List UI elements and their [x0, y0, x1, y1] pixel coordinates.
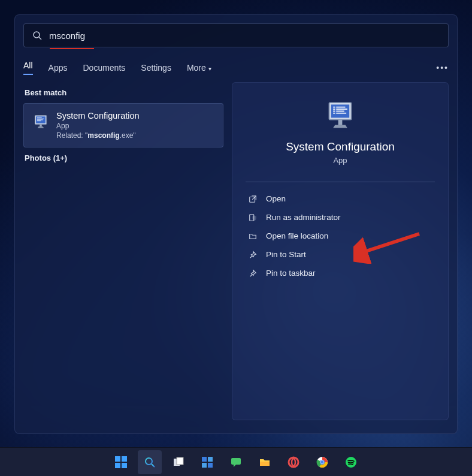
action-open[interactable]: Open: [246, 189, 435, 208]
result-subtitle: App: [56, 122, 140, 130]
result-system-configuration[interactable]: System Configuration App Related: "mscon…: [23, 103, 223, 147]
tab-documents[interactable]: Documents: [83, 63, 125, 73]
svg-rect-40: [260, 462, 270, 466]
chrome-icon: [316, 456, 328, 468]
svg-rect-5: [37, 119, 44, 119]
spotify-icon: [345, 456, 357, 468]
tab-all[interactable]: All: [23, 61, 33, 75]
search-icon: [32, 31, 42, 40]
annotation-underline: [50, 48, 94, 49]
action-pin-to-taskbar[interactable]: Pin to taskbar: [246, 264, 435, 282]
action-pin-to-start[interactable]: Pin to Start: [246, 245, 435, 264]
svg-line-31: [152, 464, 155, 467]
folder-icon: [248, 232, 258, 240]
svg-rect-28: [115, 463, 120, 468]
svg-point-42: [292, 459, 295, 466]
widgets-icon: [201, 456, 213, 468]
svg-line-1: [39, 37, 41, 40]
svg-rect-9: [40, 124, 42, 126]
chat-icon: [230, 456, 242, 468]
action-run-admin-label: Run as administrator: [266, 213, 341, 222]
opera-icon: [288, 456, 299, 468]
svg-rect-16: [333, 111, 335, 112]
search-icon: [144, 456, 156, 468]
svg-rect-12: [333, 107, 335, 108]
app-icon: [32, 113, 49, 130]
svg-rect-15: [336, 109, 347, 110]
search-box[interactable]: [23, 23, 449, 47]
svg-marker-39: [234, 464, 237, 467]
taskbar: [0, 447, 472, 476]
preview-title: System Configuration: [286, 140, 395, 153]
action-pin-taskbar-label: Pin to taskbar: [266, 269, 316, 278]
svg-point-30: [146, 458, 152, 465]
svg-rect-34: [202, 457, 207, 462]
shield-icon: [248, 213, 258, 222]
action-open-label: Open: [266, 194, 286, 203]
svg-rect-4: [37, 118, 42, 118]
svg-rect-18: [333, 113, 335, 114]
results-column: Best match System Configuration App Rela…: [23, 82, 223, 420]
result-title: System Configuration: [56, 111, 140, 120]
taskbar-file-explorer-button[interactable]: [253, 450, 277, 474]
taskbar-chrome-button[interactable]: [310, 450, 334, 474]
svg-rect-33: [177, 457, 183, 465]
section-best-match-label: Best match: [25, 88, 223, 97]
taskbar-opera-button[interactable]: [282, 450, 305, 474]
preview-type: App: [333, 156, 347, 165]
tab-settings[interactable]: Settings: [141, 63, 171, 73]
svg-rect-21: [338, 120, 343, 125]
svg-rect-17: [336, 111, 344, 112]
svg-rect-36: [202, 463, 207, 468]
section-photos-label[interactable]: Photos (1+): [25, 153, 223, 162]
start-search-panel: All Apps Documents Settings More▾ ••• Be…: [14, 14, 458, 434]
options-menu-icon[interactable]: •••: [436, 63, 449, 73]
svg-rect-37: [208, 463, 213, 468]
svg-rect-35: [208, 457, 213, 462]
divider: [246, 182, 435, 182]
svg-marker-20: [333, 125, 347, 128]
open-icon: [248, 195, 258, 203]
svg-rect-14: [333, 109, 335, 110]
search-input[interactable]: [49, 31, 440, 41]
pin-icon: [248, 251, 258, 259]
tab-apps[interactable]: Apps: [49, 63, 68, 73]
action-open-location-label: Open file location: [266, 231, 328, 240]
taskbar-search-button[interactable]: [138, 450, 162, 474]
action-run-as-administrator[interactable]: Run as administrator: [246, 208, 435, 227]
task-view-icon: [173, 456, 184, 468]
svg-rect-7: [37, 120, 41, 121]
taskbar-spotify-button[interactable]: [339, 450, 363, 474]
taskbar-widgets-button[interactable]: [195, 450, 219, 474]
chevron-down-icon: ▾: [208, 65, 211, 72]
tab-more[interactable]: More▾: [187, 63, 211, 73]
svg-point-0: [34, 32, 40, 38]
svg-marker-8: [38, 126, 44, 128]
filter-tabs: All Apps Documents Settings More▾ •••: [15, 47, 457, 82]
svg-rect-29: [122, 463, 127, 468]
taskbar-start-button[interactable]: [109, 450, 133, 474]
windows-start-icon: [114, 456, 128, 469]
preview-app-icon: [324, 100, 356, 132]
pin-icon: [248, 269, 258, 278]
folder-icon: [259, 456, 271, 468]
result-related: Related: "msconfig.exe": [56, 131, 140, 140]
svg-rect-19: [336, 113, 346, 114]
svg-rect-6: [37, 120, 43, 120]
svg-point-46: [321, 460, 324, 463]
taskbar-chat-button[interactable]: [224, 450, 248, 474]
preview-pane: System Configuration App Open Run as adm…: [232, 82, 449, 420]
action-open-file-location[interactable]: Open file location: [246, 227, 435, 245]
svg-rect-27: [122, 456, 127, 462]
svg-rect-13: [336, 107, 345, 108]
svg-rect-26: [115, 456, 120, 462]
svg-rect-38: [231, 458, 241, 465]
action-pin-start-label: Pin to Start: [266, 250, 306, 259]
taskbar-task-view-button[interactable]: [167, 450, 190, 474]
